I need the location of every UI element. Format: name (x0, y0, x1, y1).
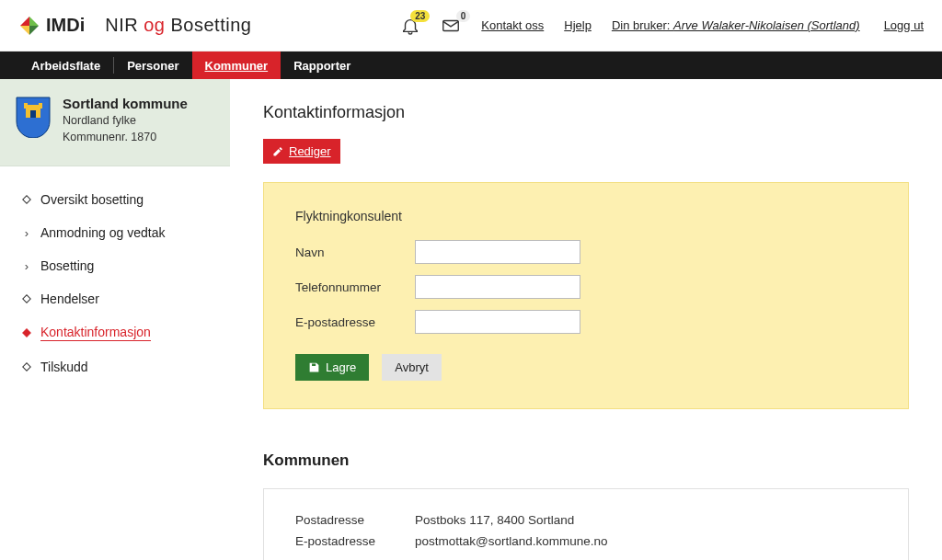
kommune-nr: Kommunenr. 1870 (63, 130, 188, 146)
diamond-icon (22, 294, 31, 303)
chevron-right-icon: › (22, 226, 31, 240)
form-actions: Lagre Avbryt (295, 354, 877, 381)
kommune-info-box: Postadresse Postboks 117, 8400 Sortland … (263, 488, 909, 560)
edit-form-panel: Flyktningkonsulent Navn Telefonnummer E-… (263, 182, 909, 409)
input-epost[interactable] (415, 310, 580, 334)
svg-rect-12 (23, 363, 30, 371)
main-content: Kontaktinformasjon Rediger Flyktningkons… (230, 79, 942, 560)
info-row-epost: E-postadresse postmottak@sortland.kommun… (295, 534, 877, 548)
save-icon (308, 361, 320, 373)
page-title: Kontaktinformasjon (263, 103, 909, 122)
nav-kommuner[interactable]: Kommuner (192, 51, 281, 79)
notifications-bell[interactable]: 23 (400, 16, 420, 36)
panel-heading: Flyktningkonsulent (295, 209, 877, 223)
sidebar-item-hendelser[interactable]: Hendelser (0, 282, 230, 315)
sidebar-item-anmodning[interactable]: › Anmodning og vedtak (0, 216, 230, 249)
bell-badge: 23 (410, 10, 430, 22)
sidebar-item-bosetting[interactable]: › Bosetting (0, 249, 230, 282)
app-name: NIR og Bosetting (105, 15, 251, 36)
kommune-shield-icon (15, 96, 52, 138)
topbar: IMDi NIR og Bosetting 23 0 Kontakt oss H… (0, 0, 942, 51)
kommune-fylke: Nordland fylke (63, 113, 188, 130)
svg-rect-10 (23, 295, 30, 303)
info-value-epost: postmottak@sortland.kommune.no (415, 534, 608, 548)
info-row-postadresse: Postadresse Postboks 117, 8400 Sortland (295, 513, 877, 527)
nav-rapporter[interactable]: Rapporter (281, 51, 363, 79)
kommune-name: Sortland kommune (63, 96, 188, 111)
main-nav: Arbeidsflate Personer Kommuner Rapporter (0, 51, 942, 79)
messages-envelope[interactable]: 0 (441, 16, 461, 36)
info-value-postadresse: Postboks 117, 8400 Sortland (415, 513, 574, 527)
sidebar: Sortland kommune Nordland fylke Kommunen… (0, 79, 230, 560)
label-telefon: Telefonnummer (295, 280, 415, 294)
help-link[interactable]: Hjelp (564, 18, 592, 32)
brand-logo[interactable]: IMDi (18, 15, 85, 37)
svg-rect-6 (24, 103, 28, 109)
sidebar-item-tilskudd[interactable]: Tilskudd (0, 350, 230, 383)
diamond-icon (22, 195, 31, 204)
save-button[interactable]: Lagre (295, 354, 369, 381)
svg-rect-11 (23, 329, 30, 337)
info-label-postadresse: Postadresse (295, 513, 415, 527)
svg-rect-9 (23, 196, 30, 203)
kommune-section-title: Kommunen (263, 451, 909, 470)
svg-rect-8 (30, 110, 36, 118)
brand-text: IMDi (46, 15, 85, 36)
pencil-icon (272, 146, 283, 157)
mail-badge: 0 (456, 10, 471, 22)
imdi-logo-icon (18, 15, 40, 37)
chevron-right-icon: › (22, 259, 31, 273)
form-row-epost: E-postadresse (295, 310, 877, 334)
contact-link[interactable]: Kontakt oss (481, 18, 544, 32)
form-row-navn: Navn (295, 240, 877, 264)
label-epost: E-postadresse (295, 315, 415, 329)
nav-personer[interactable]: Personer (114, 51, 191, 79)
user-link[interactable]: Din bruker: Arve Walaker-Nikolaisen (Sor… (612, 18, 860, 32)
svg-marker-3 (29, 26, 39, 35)
input-navn[interactable] (415, 240, 580, 264)
label-navn: Navn (295, 246, 415, 259)
svg-marker-0 (29, 17, 39, 26)
diamond-icon (22, 362, 31, 371)
diamond-icon (22, 328, 31, 337)
svg-rect-4 (443, 20, 459, 30)
input-telefon[interactable] (415, 275, 580, 299)
sidebar-item-kontaktinformasjon[interactable]: Kontaktinformasjon (0, 315, 230, 350)
edit-button[interactable]: Rediger (263, 139, 340, 164)
nav-arbeidsflate[interactable]: Arbeidsflate (18, 51, 113, 79)
form-row-telefon: Telefonnummer (295, 275, 877, 299)
sidebar-item-oversikt[interactable]: Oversikt bosetting (0, 183, 230, 216)
info-label-epost: E-postadresse (295, 534, 415, 548)
cancel-button[interactable]: Avbryt (382, 354, 442, 381)
svg-marker-1 (20, 17, 29, 26)
svg-rect-7 (39, 103, 42, 109)
logout-link[interactable]: Logg ut (884, 18, 924, 32)
layout: Sortland kommune Nordland fylke Kommunen… (0, 79, 942, 560)
svg-marker-2 (20, 26, 29, 35)
sidebar-header: Sortland kommune Nordland fylke Kommunen… (0, 79, 230, 166)
side-nav: Oversikt bosetting › Anmodning og vedtak… (0, 166, 230, 400)
